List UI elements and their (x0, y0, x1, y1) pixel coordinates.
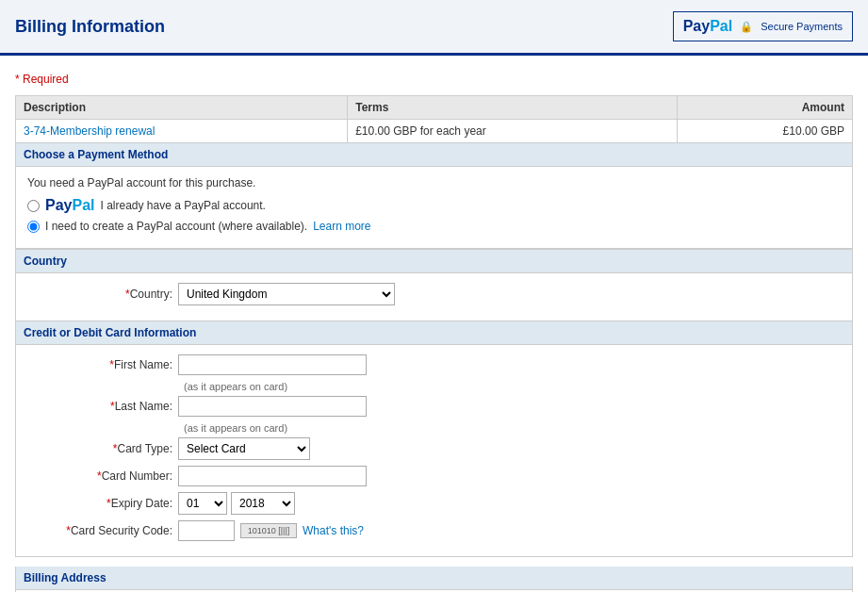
card-type-label: *Card Type: (27, 442, 178, 455)
expiry-year-select[interactable]: 2018 2019 2020 2021 2022 2023 2024 2025 (231, 492, 295, 515)
row-description: 3-74-Membership renewal (16, 120, 348, 143)
required-note: * Required (15, 73, 853, 86)
paypal-existing-label: I already have a PayPal account. (100, 199, 265, 212)
row-terms: £10.00 GBP for each year (348, 120, 678, 143)
lock-icon: 🔒 (740, 21, 753, 33)
paypal-secure-box: PayPal 🔒 Secure Payments (673, 11, 853, 41)
card-section-header: Credit or Debit Card Information (15, 321, 853, 345)
page-title: Billing Information (15, 17, 165, 37)
expiry-row: *Expiry Date: 01 02 03 04 05 06 07 08 09… (27, 492, 841, 515)
country-label: *Country: (27, 288, 178, 301)
billing-address-header: Billing Address (15, 567, 853, 590)
paypal-create-option: I need to create a PayPal account (where… (27, 220, 841, 233)
card-number-label: *Card Number: (27, 469, 178, 483)
last-name-input[interactable] (178, 396, 367, 417)
card-section-content: *First Name: (as it appears on card) *La… (15, 345, 853, 557)
row-amount: £10.00 GBP (678, 120, 853, 143)
expiry-label: *Expiry Date: (27, 497, 178, 510)
last-name-label: *Last Name: (27, 400, 178, 413)
col-amount: Amount (678, 96, 853, 120)
country-content: *Country: United Kingdom United States C… (15, 273, 853, 321)
paypal-logo: PayPal (683, 18, 732, 35)
paypal-existing-option: PayPal I already have a PayPal account. (27, 197, 841, 214)
payment-note: You need a PayPal account for this purch… (27, 176, 841, 189)
table-row: 3-74-Membership renewal £10.00 GBP for e… (16, 120, 853, 143)
paypal-create-radio[interactable] (27, 221, 40, 233)
paypal-logo-option: PayPal (45, 197, 94, 214)
secure-payments-link[interactable]: Secure Payments (761, 21, 843, 32)
learn-more-link[interactable]: Learn more (313, 220, 370, 233)
payment-method-content: You need a PayPal account for this purch… (15, 167, 853, 249)
card-number-input[interactable] (178, 466, 367, 486)
first-name-hint: (as it appears on card) (184, 381, 841, 392)
csc-input[interactable] (178, 520, 235, 541)
country-select[interactable]: United Kingdom United States Canada Aust… (178, 283, 395, 305)
page-header: Billing Information PayPal 🔒 Secure Paym… (0, 0, 868, 56)
card-type-row: *Card Type: Select Card Visa Mastercard … (27, 437, 841, 460)
card-type-select[interactable]: Select Card Visa Mastercard American Exp… (178, 437, 310, 460)
description-link[interactable]: 3-74-Membership renewal (24, 124, 155, 138)
last-name-row: *Last Name: (27, 396, 841, 417)
col-terms: Terms (348, 96, 678, 120)
paypal-create-label: I need to create a PayPal account (where… (45, 220, 307, 233)
paypal-existing-radio[interactable] (27, 200, 40, 212)
first-name-label: *First Name: (27, 358, 178, 371)
csc-label: *Card Security Code: (27, 524, 178, 537)
csc-row: *Card Security Code: 101010 [|||] What's… (27, 520, 841, 541)
expiry-month-select[interactable]: 01 02 03 04 05 06 07 08 09 10 11 12 (178, 492, 227, 515)
first-name-row: *First Name: (27, 354, 841, 375)
last-name-hint: (as it appears on card) (184, 422, 841, 434)
main-content: * Required Description Terms Amount 3-74… (0, 56, 868, 592)
col-description: Description (16, 96, 348, 120)
csc-inputs: 101010 [|||] What's this? (178, 520, 364, 541)
csc-image: 101010 [|||] (240, 523, 297, 538)
country-header: Country (15, 249, 853, 273)
first-name-input[interactable] (178, 354, 367, 375)
country-row: *Country: United Kingdom United States C… (27, 283, 841, 305)
whats-this-link[interactable]: What's this? (303, 524, 364, 537)
billing-table: Description Terms Amount 3-74-Membership… (15, 95, 853, 143)
card-number-row: *Card Number: (27, 466, 841, 486)
expiry-inputs: 01 02 03 04 05 06 07 08 09 10 11 12 2018… (178, 492, 295, 515)
payment-method-header: Choose a Payment Method (15, 143, 853, 167)
